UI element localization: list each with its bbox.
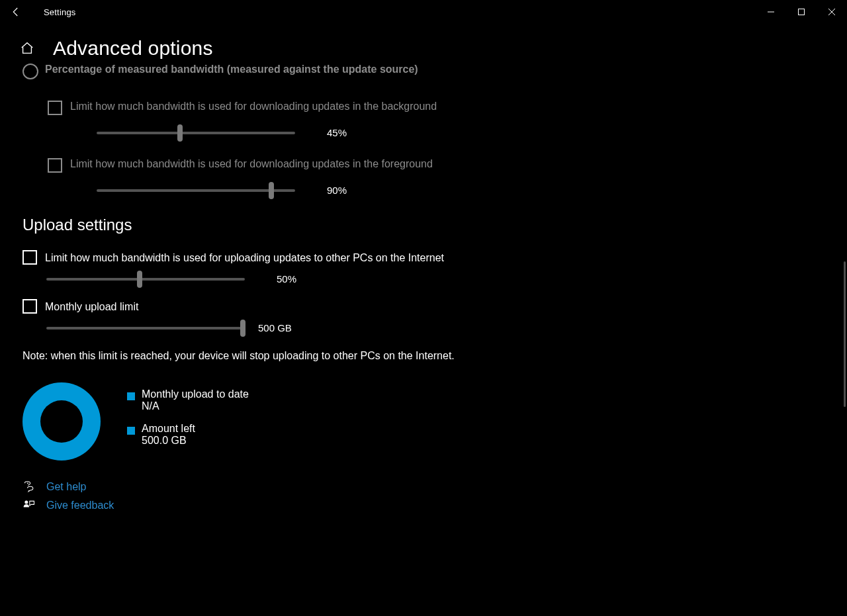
give-feedback-row: Give feedback <box>22 499 480 512</box>
help-icon <box>22 480 37 494</box>
upload-bw-checkbox-row: Limit how much bandwidth is used for upl… <box>22 250 480 265</box>
upload-monthly-value: 500 GB <box>258 322 292 333</box>
uploaded-value: N/A <box>142 400 249 412</box>
window-title: Settings <box>44 7 76 17</box>
download-fg-label: Limit how much bandwidth is used for dow… <box>70 158 433 170</box>
upload-usage: Monthly upload to date N/A Amount left 5… <box>22 382 480 461</box>
download-fg-value: 90% <box>327 185 347 196</box>
amount-left-value: 500.0 GB <box>142 435 195 447</box>
download-fg-checkbox[interactable] <box>48 158 62 173</box>
amount-left-label: Amount left <box>142 423 195 435</box>
download-bg-value: 45% <box>327 127 347 138</box>
get-help-row: Get help <box>22 480 480 494</box>
minimize-button[interactable] <box>756 1 786 22</box>
upload-monthly-checkbox[interactable] <box>22 299 37 314</box>
page-title: Advanced options <box>53 37 213 60</box>
give-feedback-link[interactable]: Give feedback <box>46 500 114 511</box>
legend-swatch-icon <box>127 427 135 435</box>
upload-limit-note: Note: when this limit is reached, your d… <box>22 348 480 364</box>
page-header: Advanced options <box>0 24 847 66</box>
svg-rect-1 <box>799 9 805 15</box>
legend-swatch-icon <box>127 392 135 400</box>
download-bg-checkbox[interactable] <box>48 101 62 115</box>
maximize-button[interactable] <box>786 1 817 22</box>
download-bg-label: Limit how much bandwidth is used for dow… <box>70 101 437 112</box>
download-fg-checkbox-row: Limit how much bandwidth is used for dow… <box>48 158 480 173</box>
bandwidth-mode-radio[interactable]: Percentage of measured bandwidth (measur… <box>22 65 480 81</box>
svg-point-3 <box>24 501 28 504</box>
upload-bw-checkbox[interactable] <box>22 250 37 265</box>
radio-label: Percentage of measured bandwidth (measur… <box>45 64 418 75</box>
close-button[interactable] <box>817 1 847 22</box>
upload-bw-value: 50% <box>277 273 296 285</box>
upload-monthly-label: Monthly upload limit <box>45 299 138 314</box>
download-bg-checkbox-row: Limit how much bandwidth is used for dow… <box>48 101 480 115</box>
download-bg-slider[interactable] <box>97 132 295 134</box>
download-fg-slider[interactable] <box>97 189 295 192</box>
home-icon[interactable] <box>20 41 34 56</box>
upload-monthly-checkbox-row: Monthly upload limit <box>22 299 480 314</box>
usage-legend: Monthly upload to date N/A Amount left 5… <box>127 386 249 457</box>
window-controls <box>756 1 847 22</box>
scrollbar[interactable] <box>844 69 846 609</box>
back-button[interactable] <box>8 4 24 20</box>
uploaded-label: Monthly upload to date <box>142 388 249 400</box>
get-help-link[interactable]: Get help <box>46 481 86 493</box>
titlebar: Settings <box>0 0 847 24</box>
upload-section-title: Upload settings <box>22 216 480 234</box>
upload-monthly-slider[interactable] <box>46 327 245 330</box>
upload-settings-section: Upload settings Limit how much bandwidth… <box>22 216 480 512</box>
upload-bw-slider[interactable] <box>46 278 245 281</box>
content: Percentage of measured bandwidth (measur… <box>0 65 503 531</box>
upload-bw-label: Limit how much bandwidth is used for upl… <box>45 250 444 265</box>
radio-icon <box>22 64 38 79</box>
feedback-icon <box>22 499 37 512</box>
svg-point-2 <box>28 483 28 484</box>
usage-donut-chart <box>22 382 101 461</box>
